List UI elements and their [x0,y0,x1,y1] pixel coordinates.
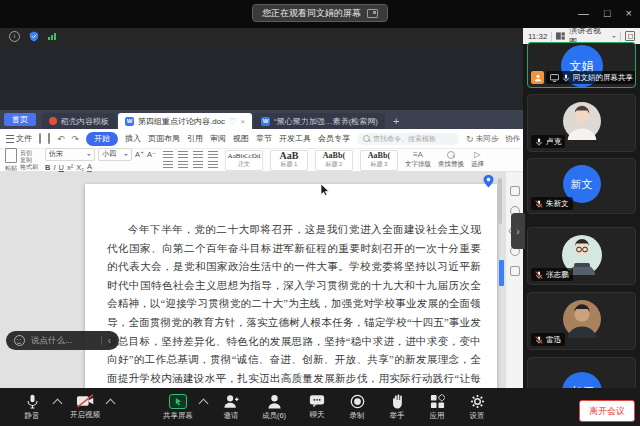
file-menu[interactable]: 文件 [6,133,32,144]
participant-tile[interactable]: 张志鹏 [527,227,636,285]
doc-scrollbar[interactable] [498,178,502,224]
save-icon[interactable] [39,133,41,144]
chat-button[interactable]: 聊天 [297,390,337,424]
italic-button[interactable]: I [53,163,55,172]
sync-status[interactable]: ↻ 未同步 [466,134,498,144]
subscript-button[interactable]: X₂ [76,163,84,172]
grow-font-button[interactable]: A⁺ [135,150,144,159]
outdent-icon[interactable] [208,151,218,159]
menu-review[interactable]: 审阅 [210,133,226,144]
members-button[interactable]: 成员(6) [251,390,297,424]
wps-format-toolbar: 粘贴 剪切 复制 格式刷 仿宋 小四 [0,149,523,172]
close-button[interactable]: × [626,7,632,19]
maximize-button[interactable]: □ [604,7,611,19]
video-options-chevron[interactable] [106,398,116,408]
align-center-icon[interactable] [178,161,188,169]
invite-button[interactable]: 邀请 [211,390,251,424]
speaker-view-icon [556,32,565,40]
close-tab-icon[interactable]: × [240,117,245,126]
mute-button[interactable]: 静音 [12,390,52,424]
font-size-select[interactable]: 小四 [98,148,132,161]
wps-second-doc-tab[interactable]: W “聚心聚力加强…素养(检索网) [254,113,385,129]
collaborate-button[interactable]: 协作 [505,134,520,144]
wps-docer-tab[interactable]: 稻壳内容模板 [42,113,116,129]
start-video-button[interactable]: 开启视频 [65,390,105,424]
indent-icon[interactable] [193,151,203,159]
style-normal[interactable]: AaBbCcDd 正文 [225,150,263,171]
chevron-down-icon[interactable] [612,36,616,40]
share-options-chevron[interactable] [199,398,209,408]
record-button[interactable]: 录制 [337,390,377,424]
menu-references[interactable]: 引用 [187,133,203,144]
menu-dev-tools[interactable]: 开发工具 [279,133,311,144]
superscript-button[interactable]: x² [67,163,73,172]
underline-button[interactable]: U [59,163,64,172]
print-icon[interactable] [48,133,50,144]
wps-active-doc-tab[interactable]: W 第四组重点讨论内容.doc ♡ × [118,113,252,129]
sidebar-collapse-handle[interactable]: › [511,213,525,249]
number-list-icon[interactable] [178,151,188,159]
select-tool[interactable]: ▷ 选择 [471,151,484,169]
bullet-list-icon[interactable] [163,151,173,159]
font-color-button[interactable]: A [87,162,92,173]
bold-button[interactable]: B [45,163,50,172]
second-doc-tab-label: “聚心聚力加强…素养(检索网) [274,116,378,127]
participant-tile[interactable]: 新文 朱新文 [527,158,636,214]
participant-tile-sharer[interactable]: 文娟 同文娟的屏幕共享 [527,42,636,88]
mic-options-chevron[interactable] [53,398,63,408]
new-tab-button[interactable]: + [393,115,399,127]
apps-button[interactable]: 应用 [417,390,457,424]
document-text[interactable]: 今年下半年，党的二十大即将召开，这是我们党进入全面建设社会主义现代化国家、向第二… [107,221,481,399]
layout-icon[interactable] [367,9,378,18]
wps-home-tab[interactable]: 首页 [4,113,36,126]
emoji-icon[interactable] [14,335,25,346]
font-name-select[interactable]: 仿宋 [45,148,95,161]
raise-hand-button[interactable]: 举手 [377,390,417,424]
leave-meeting-button[interactable]: 离开会议 [579,400,635,422]
scrollbar-marker[interactable] [499,260,504,286]
undo-icon[interactable]: ↶ [57,134,65,144]
menu-start[interactable]: 开始 [86,132,118,146]
find-replace-tool[interactable]: 查找替换 [438,151,464,169]
security-shield-icon[interactable] [29,31,39,42]
menu-view[interactable]: 视图 [233,133,249,144]
align-left-icon[interactable] [163,161,173,169]
share-screen-button[interactable]: 共享屏幕 [158,390,198,424]
minimize-button[interactable]: — [578,7,589,19]
font-size-value: 小四 [102,149,116,159]
redo-icon[interactable]: ↷ [72,134,80,144]
info-icon[interactable]: i [9,31,20,42]
participant-label: 朱新文 [531,197,573,210]
more-tools-icon[interactable] [510,266,520,276]
fullscreen-icon[interactable] [625,31,635,41]
participant-tile[interactable]: 雷迅 [527,292,636,350]
participant-tile[interactable]: 卢克 [527,94,636,152]
collapse-chat-icon[interactable]: ‹ [108,336,111,346]
meeting-window: 您正在观看同文娟的屏幕 — □ × i 11:32 演讲者视图 [0,0,640,426]
chat-quick-input[interactable]: 说点什么... ‹ [6,331,119,350]
shrink-font-button[interactable]: A⁻ [147,150,156,159]
style-heading3[interactable]: AaBb( 标题 3 [360,150,398,171]
document-page[interactable]: 今年下半年，党的二十大即将召开，这是我们党进入全面建设社会主义现代化国家、向第二… [85,184,497,399]
paste-button[interactable]: 粘贴 [5,148,17,173]
align-right-icon[interactable] [193,161,203,169]
style-heading2[interactable]: AaBb( 标题 2 [315,150,353,171]
search-placeholder: 查找命令、搜索模板 [373,134,436,144]
favorite-heart-icon[interactable]: ♡ [229,117,236,126]
line-spacing-icon[interactable] [208,161,218,169]
copy-button[interactable]: 复制 [20,157,38,164]
properties-icon[interactable] [510,186,520,196]
chat-placeholder[interactable]: 说点什么... [31,335,95,347]
text-layout-tool[interactable]: ≡A 文字排版 [405,151,431,169]
menu-member[interactable]: 会员专享 [318,133,350,144]
style-heading1[interactable]: AaB 标题 1 [270,150,308,171]
command-search-input[interactable]: 查找命令、搜索模板 [357,133,459,145]
menu-page-layout[interactable]: 页面布局 [148,133,180,144]
document-canvas[interactable]: 今年下半年，党的二十大即将召开，这是我们党进入全面建设社会主义现代化国家、向第二… [0,172,523,399]
location-pin-icon[interactable] [483,175,494,188]
cut-button[interactable]: 剪切 [20,150,38,157]
format-painter-button[interactable]: 格式刷 [20,164,38,171]
menu-sections[interactable]: 章节 [256,133,272,144]
settings-button[interactable]: 设置 [457,390,497,424]
menu-insert[interactable]: 插入 [125,133,141,144]
